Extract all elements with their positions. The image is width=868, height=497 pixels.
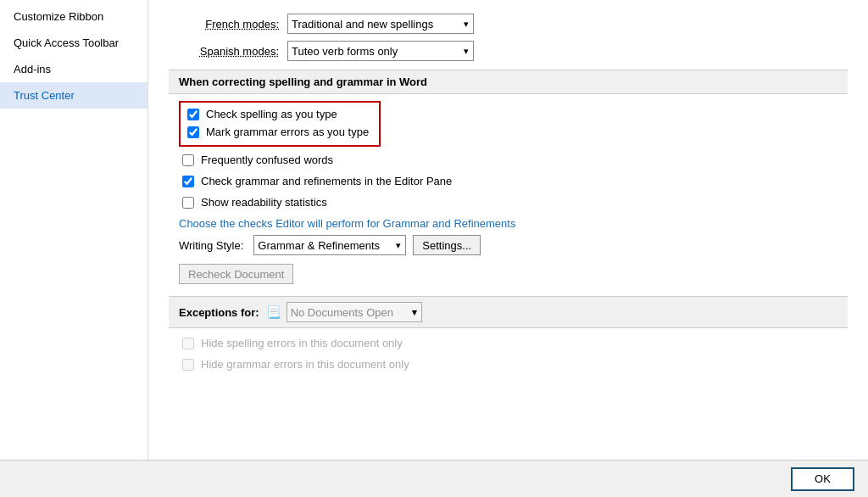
check-grammar-checkbox[interactable]: [182, 176, 194, 187]
confused-words-checkbox[interactable]: [182, 154, 194, 166]
writing-style-dropdown-wrapper: Grammar & Refinements Grammar Only: [253, 235, 406, 255]
exception-checkboxes: Hide spelling errors in this document on…: [179, 335, 848, 372]
readability-row: Show readability statistics: [179, 194, 848, 210]
exceptions-select[interactable]: No Documents Open: [287, 302, 422, 322]
exceptions-dropdown-wrapper: No Documents Open: [287, 302, 422, 322]
highlighted-checkbox-group: Check spelling as you type Mark grammar …: [179, 101, 381, 147]
check-spelling-label: Check spelling as you type: [206, 108, 337, 120]
writing-style-label: Writing Style:: [179, 239, 243, 252]
hide-spelling-row: Hide spelling errors in this document on…: [179, 335, 848, 351]
readability-label: Show readability statistics: [201, 196, 327, 209]
check-spelling-row: Check spelling as you type: [184, 106, 372, 122]
hide-grammar-errors-checkbox[interactable]: [182, 359, 194, 371]
confused-words-label: Frequently confused words: [201, 154, 333, 166]
hide-grammar-errors-row: Hide grammar errors in this document onl…: [179, 356, 848, 372]
ok-button[interactable]: OK: [791, 467, 854, 491]
sidebar-item-add-ins[interactable]: Add-ins: [0, 56, 147, 82]
recheck-document-button[interactable]: Recheck Document: [179, 264, 293, 284]
writing-style-select[interactable]: Grammar & Refinements Grammar Only: [253, 235, 406, 255]
mark-grammar-checkbox[interactable]: [187, 126, 199, 138]
spanish-modes-label: Spanish modes:: [169, 45, 287, 58]
spelling-grammar-section-header: When correcting spelling and grammar in …: [169, 70, 848, 94]
confused-words-row: Frequently confused words: [179, 152, 848, 168]
sidebar: Customize Ribbon Quick Access Toolbar Ad…: [0, 0, 148, 460]
mark-grammar-label: Mark grammar errors as you type: [206, 126, 369, 138]
readability-checkbox[interactable]: [182, 197, 194, 209]
main-layout: Customize Ribbon Quick Access Toolbar Ad…: [0, 0, 868, 460]
french-modes-dropdown-wrapper: Traditional and new spellings Traditiona…: [287, 14, 474, 34]
hide-grammar-errors-label: Hide grammar errors in this document onl…: [201, 358, 409, 371]
sidebar-item-quick-access-toolbar[interactable]: Quick Access Toolbar: [0, 30, 147, 56]
document-icon: 📃: [266, 305, 280, 319]
editor-link[interactable]: Choose the checks Editor will perform fo…: [179, 217, 848, 230]
settings-button[interactable]: Settings...: [413, 235, 481, 255]
hide-spelling-label: Hide spelling errors in this document on…: [201, 337, 403, 349]
content-area: French modes: Traditional and new spelli…: [148, 0, 868, 460]
other-checkboxes: Frequently confused words Check grammar …: [179, 152, 848, 210]
french-modes-row: French modes: Traditional and new spelli…: [169, 14, 848, 34]
exceptions-label: Exceptions for:: [179, 306, 259, 319]
sidebar-item-trust-center[interactable]: Trust Center: [0, 82, 147, 109]
check-grammar-label: Check grammar and refinements in the Edi…: [201, 175, 452, 187]
french-modes-select[interactable]: Traditional and new spellings Traditiona…: [287, 14, 474, 34]
writing-style-row: Writing Style: Grammar & Refinements Gra…: [179, 235, 848, 255]
mark-grammar-row: Mark grammar errors as you type: [184, 124, 372, 140]
exceptions-header: Exceptions for: 📃 No Documents Open: [169, 296, 848, 328]
spanish-modes-row: Spanish modes: Tuteo verb forms only Vos…: [169, 41, 848, 61]
sidebar-item-customize-ribbon[interactable]: Customize Ribbon: [0, 3, 147, 30]
french-modes-label: French modes:: [169, 18, 287, 31]
bottom-bar: OK: [0, 460, 868, 497]
check-spelling-checkbox[interactable]: [187, 109, 199, 120]
spanish-modes-select[interactable]: Tuteo verb forms only Voseo verb forms o…: [287, 41, 474, 61]
check-grammar-row: Check grammar and refinements in the Edi…: [179, 173, 848, 189]
hide-spelling-checkbox[interactable]: [182, 338, 194, 349]
spanish-modes-dropdown-wrapper: Tuteo verb forms only Voseo verb forms o…: [287, 41, 474, 61]
